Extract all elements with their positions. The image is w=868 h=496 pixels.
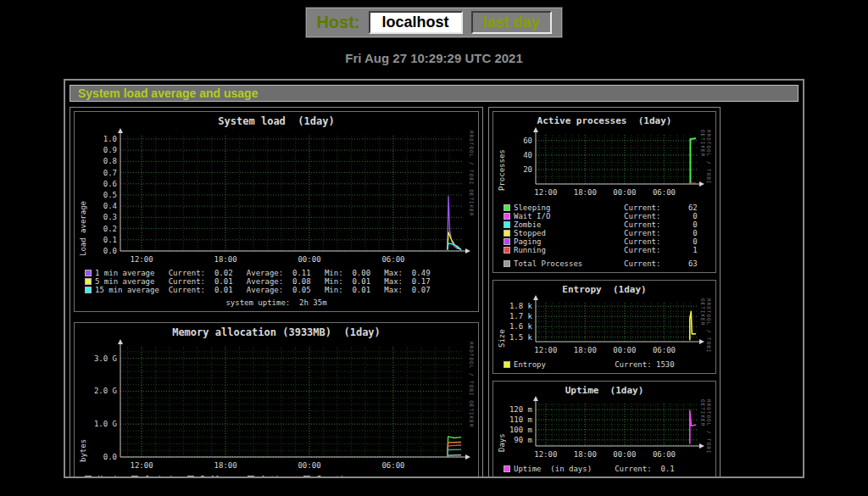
legend-label: Uptime (in days) Current: 0.1 <box>514 465 675 473</box>
left-column: System load (1day) Load average 12:0018:… <box>70 107 483 478</box>
svg-text:06:00: 06:00 <box>381 461 404 470</box>
legend-swatch <box>504 247 510 254</box>
chart-body: Processes 12:0018:0000:0006:00204060 RRD… <box>497 126 712 203</box>
svg-text:12:00: 12:00 <box>131 461 153 470</box>
legend-item: Active <box>248 475 288 478</box>
svg-text:0.6: 0.6 <box>103 180 117 188</box>
legend-item: Used <box>85 475 116 478</box>
plot-area[interactable]: 12:0018:0000:0006:00204060 <box>497 126 714 203</box>
legend-label: Cached <box>140 475 172 478</box>
rrdtool-watermark: RRDTOOL / TOBI OETIKER <box>700 399 712 464</box>
svg-text:1.0: 1.0 <box>103 135 117 143</box>
chart-body: Size 12:0018:0000:0006:001.5 k1.6 k1.7 k… <box>497 295 712 359</box>
legend-row: Stopped Current: 0 <box>504 229 709 237</box>
legend-label: Sleeping Current: 62 <box>514 203 698 212</box>
legend-label: 1 min average Current: 0.02 Average: 0.1… <box>95 269 431 277</box>
plot-area[interactable]: 12:0018:0000:0006:001.5 k1.6 k1.7 k1.8 k <box>497 295 714 359</box>
legend-swatch <box>504 230 510 237</box>
svg-text:18:00: 18:00 <box>214 461 236 470</box>
plot-area[interactable]: 12:0018:0000:0006:000.01.0 G2.0 G3.0 G <box>78 338 473 474</box>
legend-row: 15 min average Current: 0.01 Average: 0.… <box>85 286 471 294</box>
chart-title: Active processes (1day) <box>497 114 712 126</box>
panel-title: System load average and usage <box>70 85 798 102</box>
svg-text:0.5: 0.5 <box>103 191 117 199</box>
svg-text:12:00: 12:00 <box>131 255 153 264</box>
y-axis-label: bytes <box>79 338 87 462</box>
legend-label: Zombie Current: 0 <box>514 220 698 229</box>
legend-row: Used Cached Buffers Active Inactive <box>85 475 471 478</box>
y-axis-label: Load average <box>79 127 87 256</box>
chart-legend: Entropy Current: 1530 <box>497 359 712 371</box>
legend-row: Entropy Current: 1530 <box>504 360 709 369</box>
host-bar: Host: localhost last day <box>305 7 562 38</box>
svg-text:100 m: 100 m <box>509 426 532 434</box>
legend-label: 5 min average Current: 0.01 Average: 0.0… <box>95 277 431 286</box>
svg-text:0.8: 0.8 <box>103 157 117 165</box>
uptime-chart: Uptime (1day) Days 12:0018:0000:0006:009… <box>492 381 716 478</box>
legend-swatch <box>504 238 510 245</box>
legend-label: Stopped Current: 0 <box>514 229 698 237</box>
rrdtool-watermark: RRDTOOL / TOBI OETIKER <box>700 298 712 359</box>
svg-text:60: 60 <box>523 137 532 145</box>
svg-text:06:00: 06:00 <box>381 255 404 264</box>
host-value[interactable]: localhost <box>369 11 463 34</box>
plot-area[interactable]: 12:0018:0000:0006:0090 m100 m110 m120 m <box>497 396 714 464</box>
legend-label: Paging Current: 0 <box>514 237 698 246</box>
svg-text:12:00: 12:00 <box>534 188 557 197</box>
host-bar-wrap: Host: localhost last day <box>0 0 868 38</box>
legend-swatch <box>504 465 510 472</box>
svg-text:0.2: 0.2 <box>103 225 117 233</box>
legend-label: Used <box>93 475 116 478</box>
chart-body: bytes 12:0018:0000:0006:000.01.0 G2.0 G3… <box>78 338 475 474</box>
svg-text:1.0 G: 1.0 G <box>94 420 117 428</box>
svg-text:110 m: 110 m <box>509 415 532 424</box>
svg-text:20: 20 <box>523 165 532 174</box>
legend-row: Running Current: 1 <box>504 246 709 254</box>
chart-body: Days 12:0018:0000:0006:0090 m100 m110 m1… <box>497 396 712 464</box>
timestamp: Fri Aug 27 10:29:29 UTC 2021 <box>0 51 868 65</box>
chart-title: Memory allocation (3933MB) (1day) <box>78 325 475 338</box>
legend-label: Running Current: 1 <box>514 246 698 254</box>
svg-text:1.7 k: 1.7 k <box>509 312 533 320</box>
chart-title: Uptime (1day) <box>497 383 712 396</box>
rrdtool-watermark: RRDTOOL / TOBI OETIKER <box>700 130 712 203</box>
memory-allocation-chart: Memory allocation (3933MB) (1day) bytes … <box>74 322 479 478</box>
chart-legend: 1 min average Current: 0.02 Average: 0.1… <box>78 268 475 296</box>
plot-area[interactable]: 12:0018:0000:0006:000.00.10.20.30.40.50.… <box>78 127 473 268</box>
legend-swatch <box>504 221 510 228</box>
legend-swatch <box>504 204 510 211</box>
svg-text:1.5 k: 1.5 k <box>509 333 533 342</box>
system-uptime-footer: system uptime: 2h 35m <box>78 296 475 309</box>
legend-swatch <box>248 476 254 478</box>
legend-swatch <box>85 270 92 276</box>
svg-text:1.6 k: 1.6 k <box>509 322 533 331</box>
chart-legend: Sleeping Current: 62Wait I/O Current: 0Z… <box>497 203 712 270</box>
legend-item: Inactive <box>303 475 353 478</box>
chart-legend: Used Cached Buffers Active Inactive <box>78 474 475 478</box>
legend-label: Inactive <box>312 475 353 478</box>
svg-text:12:00: 12:00 <box>534 450 557 459</box>
svg-text:1.8 k: 1.8 k <box>509 302 533 310</box>
svg-text:0.3: 0.3 <box>103 213 117 221</box>
active-processes-chart: Active processes (1day) Processes 12:001… <box>492 111 716 273</box>
svg-text:40: 40 <box>523 151 532 159</box>
legend-swatch <box>85 287 92 293</box>
svg-text:18:00: 18:00 <box>574 188 597 197</box>
legend-label: 15 min average Current: 0.01 Average: 0.… <box>95 286 431 294</box>
legend-swatch <box>303 476 310 478</box>
legend-swatch <box>504 213 510 220</box>
legend-row: Paging Current: 0 <box>504 237 709 246</box>
legend-label: Wait I/O Current: 0 <box>514 212 698 220</box>
svg-text:00:00: 00:00 <box>613 450 636 459</box>
svg-text:00:00: 00:00 <box>613 188 636 197</box>
svg-text:0.7: 0.7 <box>103 169 117 177</box>
svg-text:06:00: 06:00 <box>653 188 676 197</box>
legend-swatch <box>85 278 92 285</box>
svg-text:90 m: 90 m <box>514 436 532 444</box>
time-range-value[interactable]: last day <box>471 11 552 34</box>
svg-text:18:00: 18:00 <box>574 346 597 354</box>
svg-text:3.0 G: 3.0 G <box>94 354 117 363</box>
svg-text:0.4: 0.4 <box>103 202 117 210</box>
svg-text:18:00: 18:00 <box>574 450 597 459</box>
chart-body: Load average 12:0018:0000:0006:000.00.10… <box>78 127 475 268</box>
